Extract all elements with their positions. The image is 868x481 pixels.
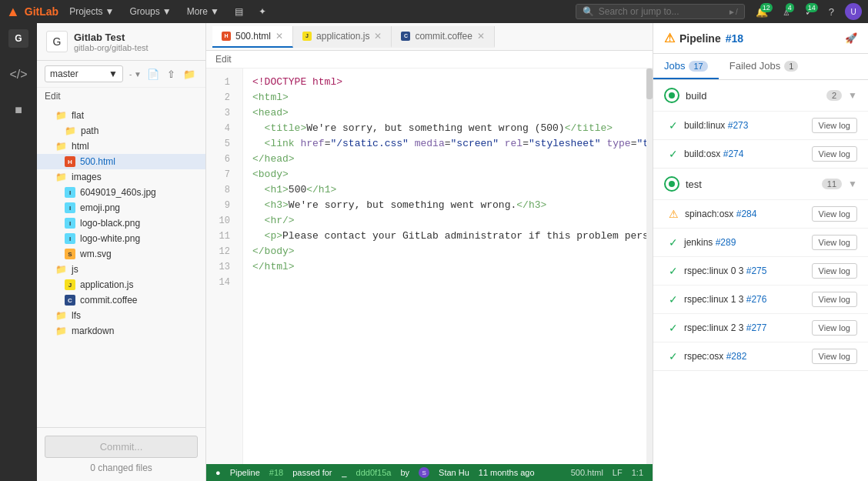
view-log-button[interactable]: View log <box>812 118 857 133</box>
tree-item-appjs[interactable]: J application.js <box>37 277 205 292</box>
commit-hash[interactable]: ddd0f15a <box>356 468 392 477</box>
pipeline-tab-jobs[interactable]: Jobs 17 <box>653 54 719 79</box>
tree-item-logo-white[interactable]: I logo-white.png <box>37 231 205 246</box>
stage-build-count: 2 <box>826 90 842 101</box>
js-tab-icon: J <box>302 32 312 41</box>
new-dir-btn[interactable]: 📁 <box>181 66 198 82</box>
sidebar-code-icon[interactable]: </> <box>5 63 32 86</box>
nav-more[interactable]: More ▼ <box>182 6 224 17</box>
tree-item-images[interactable]: 📁 images <box>37 169 205 185</box>
tree-item-html-folder[interactable]: 📁 html <box>37 139 205 154</box>
pipeline-panel: ⚠ Pipeline #18 🚀 Jobs 17 Failed Jobs 1 b… <box>653 23 868 481</box>
success-icon: ✓ <box>669 350 678 362</box>
code-content[interactable]: <!DOCTYPE html> <html> <head> <title>We'… <box>243 68 646 464</box>
success-icon: ✓ <box>669 322 678 334</box>
tree-item-lfs[interactable]: 📁 lfs <box>37 308 205 323</box>
success-icon: ✓ <box>669 236 678 249</box>
job-name: build:osx #274 <box>684 149 806 159</box>
job-jenkins: ✓ jenkins #289 View log <box>653 228 868 256</box>
cursor-position: 1:1 <box>632 468 643 477</box>
job-link[interactable]: #277 <box>746 322 767 333</box>
job-rspec-linux-23: ✓ rspec:linux 2 3 #277 View log <box>653 313 868 342</box>
tree-item-markdown[interactable]: 📁 markdown <box>37 323 205 339</box>
todos-btn[interactable]: ✓ 14 <box>800 6 818 18</box>
new-file-btn[interactable]: 📄 <box>145 66 162 82</box>
help-btn[interactable]: ? <box>824 6 839 18</box>
view-log-button[interactable]: View log <box>812 263 857 279</box>
sidebar-issues-icon[interactable]: ■ <box>10 99 27 122</box>
sidebar-project-icon[interactable]: G <box>8 29 28 48</box>
search-input[interactable] <box>599 6 722 17</box>
stage-build-name: build <box>686 90 820 102</box>
upload-btn[interactable]: ⇧ <box>165 66 178 82</box>
commit-button[interactable]: Commit... <box>45 436 198 458</box>
tree-item-commit-coffee[interactable]: C commit.coffee <box>37 292 205 308</box>
nav-projects[interactable]: Projects ▼ <box>65 6 119 17</box>
view-log-button[interactable]: View log <box>812 235 857 250</box>
job-name: rspec:linux 1 3 #276 <box>684 294 806 305</box>
job-link[interactable]: #275 <box>746 266 767 276</box>
chevron-down-icon: ▼ <box>162 6 172 17</box>
brand[interactable]: ▲ GitLab <box>6 4 58 20</box>
branch-select[interactable]: master ▼ <box>45 65 123 82</box>
stage-build-header[interactable]: build 2 ▼ <box>653 80 868 111</box>
warning-icon: ⚠ <box>664 31 675 45</box>
view-log-button[interactable]: View log <box>812 349 857 364</box>
author-prefix: by <box>400 468 409 477</box>
tree-item-logo-black[interactable]: I logo-black.png <box>37 215 205 231</box>
notifications-btn[interactable]: 🔔 12 <box>751 6 773 18</box>
view-log-button[interactable]: View log <box>812 292 857 307</box>
tab-500html[interactable]: H 500.html ✕ <box>212 26 293 48</box>
tree-item-path[interactable]: 📁 path <box>37 123 205 139</box>
stage-test-header[interactable]: test 11 ▼ <box>653 169 868 199</box>
code-editor: 12345 678910 11121314 <!DOCTYPE html> <h… <box>206 68 653 464</box>
job-link[interactable]: #274 <box>723 149 744 159</box>
nav-chart[interactable]: ▤ <box>230 6 248 17</box>
tree-item-flat[interactable]: 📁 flat <box>37 108 205 123</box>
rocket-icon[interactable]: 🚀 <box>845 32 857 44</box>
job-link[interactable]: #276 <box>746 294 767 305</box>
avatar[interactable]: U <box>845 3 862 20</box>
merge-requests-btn[interactable]: ⍋ 4 <box>779 6 794 18</box>
pipeline-status-icon: ● <box>215 468 221 477</box>
job-link[interactable]: #289 <box>716 237 736 248</box>
tab-appjs[interactable]: J application.js ✕ <box>293 26 392 48</box>
job-link[interactable]: #282 <box>726 351 747 362</box>
js-file-icon: J <box>65 279 75 290</box>
search-box[interactable]: 🔍 ►/ <box>576 4 745 19</box>
tree-item-500html[interactable]: H 500.html <box>37 154 205 169</box>
nav-groups[interactable]: Groups ▼ <box>125 6 175 17</box>
pipeline-link[interactable]: #18 <box>269 468 283 477</box>
img-file-icon: I <box>65 233 75 244</box>
pipeline-number[interactable]: #18 <box>726 32 743 45</box>
editor-scrollbar[interactable] <box>646 68 653 464</box>
job-link[interactable]: #284 <box>736 209 757 219</box>
nav-magic[interactable]: ✦ <box>254 6 271 17</box>
stage-test-name: test <box>686 179 816 190</box>
tab-commit-coffee[interactable]: C commit.coffee ✕ <box>392 26 494 48</box>
tree-item-emoji[interactable]: I emoji.png <box>37 200 205 215</box>
img-file-icon: I <box>65 202 75 213</box>
job-rspec-osx: ✓ rspec:osx #282 View log <box>653 342 868 370</box>
scrollbar-thumb[interactable] <box>646 68 653 99</box>
view-log-button[interactable]: View log <box>812 146 857 162</box>
tree-item-img1[interactable]: I 6049019_460s.jpg <box>37 185 205 200</box>
html-tab-icon: H <box>222 32 231 41</box>
tree-item-wm-svg[interactable]: S wm.svg <box>37 246 205 262</box>
tree-item-js-folder[interactable]: 📁 js <box>37 262 205 277</box>
pipeline-label: Pipeline <box>679 32 721 45</box>
job-link[interactable]: #273 <box>728 120 749 131</box>
project-path: gitlab-org/gitlab-test <box>74 43 149 52</box>
folder-icon: 📁 <box>55 110 67 121</box>
search-icon: 🔍 <box>583 6 594 17</box>
view-log-button[interactable]: View log <box>812 206 857 222</box>
close-icon[interactable]: ✕ <box>374 31 382 42</box>
pipeline-tab-failed-jobs[interactable]: Failed Jobs 1 <box>719 54 810 79</box>
gitlab-logo: ▲ <box>6 4 20 20</box>
commit-section: Commit... 0 changed files <box>37 427 205 481</box>
job-name: rspec:linux 0 3 #275 <box>684 266 806 276</box>
merge-requests-badge: 4 <box>786 3 794 12</box>
close-icon[interactable]: ✕ <box>477 31 485 42</box>
close-icon[interactable]: ✕ <box>275 31 283 42</box>
view-log-button[interactable]: View log <box>812 320 857 336</box>
